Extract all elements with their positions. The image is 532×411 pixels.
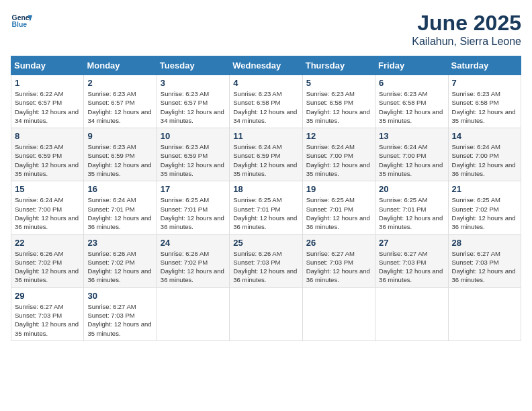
table-row: 11 Sunrise: 6:24 AM Sunset: 6:59 PM Dayl… [230, 128, 302, 181]
calendar-week-row: 15 Sunrise: 6:24 AM Sunset: 7:00 PM Dayl… [11, 181, 521, 234]
calendar-table: Sunday Monday Tuesday Wednesday Thursday… [11, 56, 521, 341]
day-number: 26 [306, 238, 371, 248]
table-row: 1 Sunrise: 6:22 AM Sunset: 6:57 PM Dayli… [11, 75, 84, 128]
day-number: 28 [452, 238, 517, 248]
day-info: Sunrise: 6:23 AM Sunset: 6:58 PM Dayligh… [306, 89, 371, 125]
logo-icon: General Blue [11, 11, 32, 32]
day-info: Sunrise: 6:23 AM Sunset: 6:58 PM Dayligh… [452, 89, 517, 125]
table-row: 24 Sunrise: 6:26 AM Sunset: 7:02 PM Dayl… [157, 234, 229, 287]
table-row: 2 Sunrise: 6:23 AM Sunset: 6:57 PM Dayli… [84, 75, 157, 128]
table-row: 9 Sunrise: 6:23 AM Sunset: 6:59 PM Dayli… [84, 128, 157, 181]
table-row: 5 Sunrise: 6:23 AM Sunset: 6:58 PM Dayli… [302, 75, 375, 128]
table-row: 17 Sunrise: 6:25 AM Sunset: 7:01 PM Dayl… [157, 181, 229, 234]
day-number: 2 [87, 78, 152, 88]
table-row: 10 Sunrise: 6:23 AM Sunset: 6:59 PM Dayl… [157, 128, 229, 181]
table-row: 13 Sunrise: 6:24 AM Sunset: 7:00 PM Dayl… [375, 128, 448, 181]
day-info: Sunrise: 6:23 AM Sunset: 6:59 PM Dayligh… [15, 142, 80, 178]
day-number: 17 [161, 184, 226, 194]
table-row [230, 287, 302, 340]
day-info: Sunrise: 6:23 AM Sunset: 6:57 PM Dayligh… [161, 89, 226, 125]
table-row: 3 Sunrise: 6:23 AM Sunset: 6:57 PM Dayli… [157, 75, 229, 128]
day-info: Sunrise: 6:24 AM Sunset: 7:00 PM Dayligh… [306, 142, 371, 178]
day-info: Sunrise: 6:27 AM Sunset: 7:03 PM Dayligh… [15, 302, 80, 338]
title-area: June 2025 Kailahun, Sierra Leone [412, 11, 521, 48]
table-row: 27 Sunrise: 6:27 AM Sunset: 7:03 PM Dayl… [375, 234, 448, 287]
table-row: 21 Sunrise: 6:25 AM Sunset: 7:02 PM Dayl… [448, 181, 521, 234]
day-number: 15 [15, 184, 80, 194]
svg-text:Blue: Blue [12, 21, 28, 28]
day-info: Sunrise: 6:24 AM Sunset: 6:59 PM Dayligh… [233, 142, 298, 178]
day-number: 4 [233, 78, 298, 88]
col-saturday: Saturday [448, 56, 521, 75]
day-number: 3 [161, 78, 226, 88]
day-info: Sunrise: 6:27 AM Sunset: 7:03 PM Dayligh… [452, 249, 517, 285]
table-row: 26 Sunrise: 6:27 AM Sunset: 7:03 PM Dayl… [302, 234, 375, 287]
day-number: 27 [379, 238, 444, 248]
day-number: 18 [233, 184, 298, 194]
calendar-week-row: 1 Sunrise: 6:22 AM Sunset: 6:57 PM Dayli… [11, 75, 521, 128]
day-info: Sunrise: 6:27 AM Sunset: 7:03 PM Dayligh… [87, 302, 152, 338]
col-friday: Friday [375, 56, 448, 75]
day-info: Sunrise: 6:24 AM Sunset: 7:00 PM Dayligh… [379, 142, 444, 178]
day-number: 25 [233, 238, 298, 248]
day-number: 6 [379, 78, 444, 88]
day-number: 29 [15, 291, 80, 301]
calendar-header-row: Sunday Monday Tuesday Wednesday Thursday… [11, 56, 521, 75]
table-row: 15 Sunrise: 6:24 AM Sunset: 7:00 PM Dayl… [11, 181, 84, 234]
table-row [302, 287, 375, 340]
logo: General Blue [11, 11, 32, 32]
table-row: 18 Sunrise: 6:25 AM Sunset: 7:01 PM Dayl… [230, 181, 302, 234]
month-title: June 2025 [412, 11, 521, 36]
day-number: 1 [15, 78, 80, 88]
day-number: 16 [87, 184, 152, 194]
table-row: 14 Sunrise: 6:24 AM Sunset: 7:00 PM Dayl… [448, 128, 521, 181]
day-number: 24 [161, 238, 226, 248]
table-row: 6 Sunrise: 6:23 AM Sunset: 6:58 PM Dayli… [375, 75, 448, 128]
day-info: Sunrise: 6:22 AM Sunset: 6:57 PM Dayligh… [15, 89, 80, 125]
table-row [448, 287, 521, 340]
table-row: 30 Sunrise: 6:27 AM Sunset: 7:03 PM Dayl… [84, 287, 157, 340]
table-row: 16 Sunrise: 6:24 AM Sunset: 7:01 PM Dayl… [84, 181, 157, 234]
day-number: 7 [452, 78, 517, 88]
day-info: Sunrise: 6:23 AM Sunset: 6:59 PM Dayligh… [87, 142, 152, 178]
day-info: Sunrise: 6:23 AM Sunset: 6:58 PM Dayligh… [233, 89, 298, 125]
day-info: Sunrise: 6:27 AM Sunset: 7:03 PM Dayligh… [306, 249, 371, 285]
day-info: Sunrise: 6:23 AM Sunset: 6:59 PM Dayligh… [161, 142, 226, 178]
day-number: 10 [161, 131, 226, 141]
table-row [375, 287, 448, 340]
calendar-week-row: 8 Sunrise: 6:23 AM Sunset: 6:59 PM Dayli… [11, 128, 521, 181]
day-info: Sunrise: 6:25 AM Sunset: 7:01 PM Dayligh… [306, 195, 371, 231]
page-header: General Blue June 2025 Kailahun, Sierra … [11, 11, 521, 48]
table-row: 22 Sunrise: 6:26 AM Sunset: 7:02 PM Dayl… [11, 234, 84, 287]
table-row: 28 Sunrise: 6:27 AM Sunset: 7:03 PM Dayl… [448, 234, 521, 287]
day-number: 21 [452, 184, 517, 194]
table-row: 4 Sunrise: 6:23 AM Sunset: 6:58 PM Dayli… [230, 75, 302, 128]
day-number: 30 [87, 291, 152, 301]
table-row: 20 Sunrise: 6:25 AM Sunset: 7:01 PM Dayl… [375, 181, 448, 234]
day-info: Sunrise: 6:23 AM Sunset: 6:57 PM Dayligh… [87, 89, 152, 125]
day-info: Sunrise: 6:24 AM Sunset: 7:00 PM Dayligh… [15, 195, 80, 231]
day-info: Sunrise: 6:23 AM Sunset: 6:58 PM Dayligh… [379, 89, 444, 125]
day-info: Sunrise: 6:26 AM Sunset: 7:02 PM Dayligh… [161, 249, 226, 285]
day-number: 20 [379, 184, 444, 194]
day-info: Sunrise: 6:24 AM Sunset: 7:01 PM Dayligh… [87, 195, 152, 231]
table-row [157, 287, 229, 340]
table-row: 7 Sunrise: 6:23 AM Sunset: 6:58 PM Dayli… [448, 75, 521, 128]
location-title: Kailahun, Sierra Leone [412, 36, 521, 48]
col-thursday: Thursday [302, 56, 375, 75]
day-info: Sunrise: 6:26 AM Sunset: 7:02 PM Dayligh… [87, 249, 152, 285]
day-info: Sunrise: 6:25 AM Sunset: 7:01 PM Dayligh… [233, 195, 298, 231]
day-number: 23 [87, 238, 152, 248]
day-info: Sunrise: 6:27 AM Sunset: 7:03 PM Dayligh… [379, 249, 444, 285]
day-number: 9 [87, 131, 152, 141]
day-number: 5 [306, 78, 371, 88]
day-number: 12 [306, 131, 371, 141]
table-row: 25 Sunrise: 6:26 AM Sunset: 7:03 PM Dayl… [230, 234, 302, 287]
calendar-week-row: 22 Sunrise: 6:26 AM Sunset: 7:02 PM Dayl… [11, 234, 521, 287]
table-row: 19 Sunrise: 6:25 AM Sunset: 7:01 PM Dayl… [302, 181, 375, 234]
day-info: Sunrise: 6:26 AM Sunset: 7:03 PM Dayligh… [233, 249, 298, 285]
table-row: 23 Sunrise: 6:26 AM Sunset: 7:02 PM Dayl… [84, 234, 157, 287]
table-row: 8 Sunrise: 6:23 AM Sunset: 6:59 PM Dayli… [11, 128, 84, 181]
day-number: 13 [379, 131, 444, 141]
day-info: Sunrise: 6:25 AM Sunset: 7:02 PM Dayligh… [452, 195, 517, 231]
